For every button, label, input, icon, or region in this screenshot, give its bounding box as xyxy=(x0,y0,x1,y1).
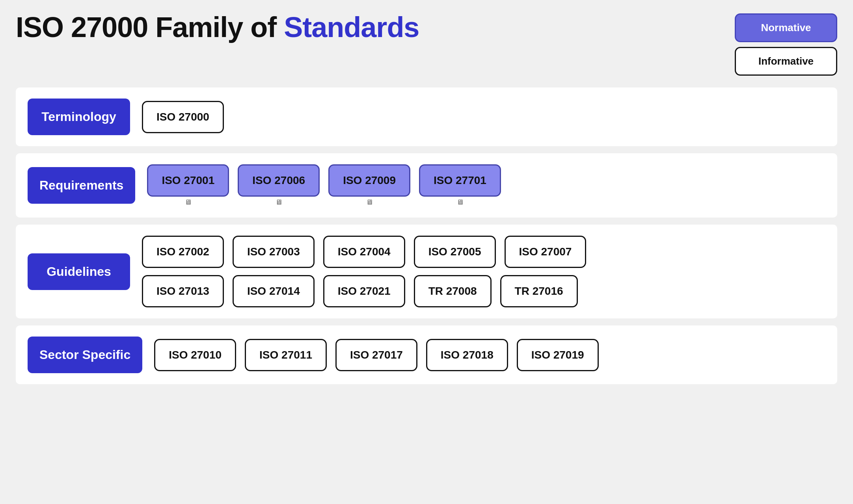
std-item-27011[interactable]: ISO 27011 xyxy=(245,339,327,371)
std-item-27007[interactable]: ISO 27007 xyxy=(505,236,587,268)
guidelines-label: Guidelines xyxy=(28,253,130,290)
std-item-27019[interactable]: ISO 27019 xyxy=(517,339,599,371)
std-wrapper-27701: ISO 27701 🖥 xyxy=(419,164,501,206)
std-wrapper-27006: ISO 27006 🖥 xyxy=(238,164,320,206)
monitor-icon-27006: 🖥 xyxy=(275,198,282,206)
terminology-items: ISO 27000 xyxy=(142,101,224,133)
std-item-27002[interactable]: ISO 27002 xyxy=(142,236,224,268)
sector-specific-items: ISO 27010 ISO 27011 ISO 27017 ISO 27018 … xyxy=(154,339,598,371)
std-item-27701[interactable]: ISO 27701 xyxy=(419,164,501,197)
std-item-27018[interactable]: ISO 27018 xyxy=(426,339,508,371)
std-item-27014[interactable]: ISO 27014 xyxy=(233,275,315,307)
std-item-27005[interactable]: ISO 27005 xyxy=(414,236,496,268)
terminology-label: Terminology xyxy=(28,99,130,135)
requirements-label: Requirements xyxy=(28,167,135,204)
std-item-27009[interactable]: ISO 27009 xyxy=(328,164,410,197)
guidelines-row: Guidelines ISO 27002 ISO 27003 ISO 27004… xyxy=(16,225,837,318)
title-text-part1: ISO 27000 Family of xyxy=(16,11,284,43)
header: ISO 27000 Family of Standards Normative … xyxy=(16,12,837,76)
std-item-27003[interactable]: ISO 27003 xyxy=(233,236,315,268)
monitor-icon-27001: 🖥 xyxy=(184,198,192,206)
sector-specific-label: Sector Specific xyxy=(28,337,142,373)
terminology-row: Terminology ISO 27000 xyxy=(16,87,837,146)
guidelines-items: ISO 27002 ISO 27003 ISO 27004 ISO 27005 … xyxy=(142,236,586,307)
monitor-icon-27701: 🖥 xyxy=(456,198,464,206)
guidelines-row1: ISO 27002 ISO 27003 ISO 27004 ISO 27005 … xyxy=(142,236,586,268)
std-item-27021[interactable]: ISO 27021 xyxy=(323,275,405,307)
std-item-27001[interactable]: ISO 27001 xyxy=(147,164,229,197)
std-wrapper-27001: ISO 27001 🖥 xyxy=(147,164,229,206)
page-title: ISO 27000 Family of Standards xyxy=(16,12,419,43)
std-item-27006[interactable]: ISO 27006 xyxy=(238,164,320,197)
std-item-27017[interactable]: ISO 27017 xyxy=(335,339,417,371)
requirements-row: Requirements ISO 27001 🖥 ISO 27006 🖥 ISO… xyxy=(16,153,837,218)
std-item-27000[interactable]: ISO 27000 xyxy=(142,101,224,133)
monitor-icon-27009: 🖥 xyxy=(366,198,373,206)
std-item-27010[interactable]: ISO 27010 xyxy=(154,339,236,371)
std-item-27004[interactable]: ISO 27004 xyxy=(323,236,405,268)
std-wrapper-27009: ISO 27009 🖥 xyxy=(328,164,410,206)
legend-normative[interactable]: Normative xyxy=(735,13,837,42)
legend: Normative Informative xyxy=(735,13,837,76)
page-wrapper: ISO 27000 Family of Standards Normative … xyxy=(0,0,853,504)
title-text-part2: Standards xyxy=(284,11,419,43)
std-item-27013[interactable]: ISO 27013 xyxy=(142,275,224,307)
legend-informative[interactable]: Informative xyxy=(735,47,837,76)
std-item-tr27008[interactable]: TR 27008 xyxy=(414,275,492,307)
requirements-items: ISO 27001 🖥 ISO 27006 🖥 ISO 27009 🖥 ISO … xyxy=(147,164,501,206)
sector-specific-row: Sector Specific ISO 27010 ISO 27011 ISO … xyxy=(16,325,837,384)
std-item-tr27016[interactable]: TR 27016 xyxy=(500,275,578,307)
guidelines-row2: ISO 27013 ISO 27014 ISO 27021 TR 27008 T… xyxy=(142,275,586,307)
